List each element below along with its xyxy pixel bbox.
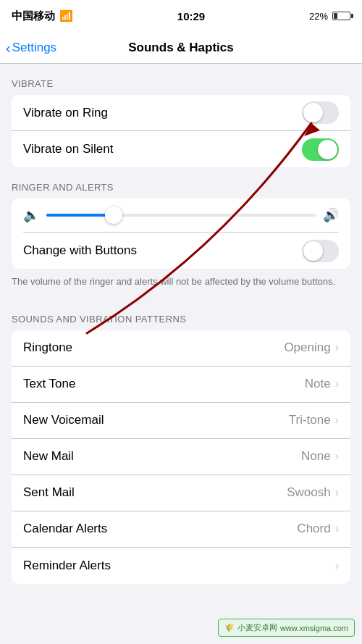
- volume-slider-row: 🔈 🔊: [12, 198, 350, 232]
- text-tone-value: Note ›: [305, 377, 339, 391]
- back-chevron-icon: ‹: [6, 41, 11, 55]
- watermark-icon: 🌾: [224, 623, 235, 632]
- vibrate-on-ring-label: Vibrate on Ring: [23, 106, 108, 120]
- calendar-alerts-label: Calendar Alerts: [23, 522, 107, 536]
- text-tone-row[interactable]: Text Tone Note ›: [12, 367, 350, 403]
- battery-icon: [332, 12, 350, 20]
- sent-mail-label: Sent Mail: [23, 485, 75, 500]
- sent-mail-value: Swoosh ›: [287, 485, 339, 500]
- wifi-icon: 📶: [59, 9, 73, 22]
- vibrate-on-ring-toggle[interactable]: [302, 101, 339, 124]
- ringtone-current: Opening: [284, 340, 330, 355]
- watermark-inner: 🌾 小麦安卓网 www.xmsigma.com: [218, 619, 355, 637]
- status-time: 10:29: [177, 10, 205, 22]
- bottom-spacer: [0, 584, 362, 606]
- carrier-text: 中国移动: [12, 9, 55, 23]
- vibrate-on-silent-label: Vibrate on Silent: [23, 142, 113, 156]
- ringer-note: The volume of the ringer and alerts will…: [0, 269, 362, 299]
- sent-mail-row[interactable]: Sent Mail Swoosh ›: [12, 475, 350, 511]
- text-tone-chevron-icon: ›: [335, 377, 339, 390]
- volume-low-icon: 🔈: [23, 207, 39, 223]
- ringtone-chevron-icon: ›: [335, 341, 339, 354]
- vibrate-group: Vibrate on Ring Vibrate on Silent: [12, 95, 350, 167]
- page-title: Sounds & Haptics: [128, 41, 233, 55]
- sent-mail-chevron-icon: ›: [335, 486, 339, 499]
- watermark-url: www.xmsigma.com: [280, 624, 348, 632]
- watermark-text: 小麦安卓网: [237, 622, 277, 633]
- change-with-buttons-label: Change with Buttons: [23, 243, 137, 258]
- status-right: 22%: [309, 11, 350, 22]
- reminder-alerts-row[interactable]: Reminder Alerts ›: [12, 548, 350, 584]
- calendar-alerts-row[interactable]: Calendar Alerts Chord ›: [12, 511, 350, 548]
- change-with-buttons-row[interactable]: Change with Buttons: [12, 233, 350, 269]
- battery-percent: 22%: [309, 11, 328, 22]
- ringer-section-header: RINGER AND ALERTS: [0, 167, 362, 198]
- calendar-alerts-value: Chord ›: [297, 522, 339, 536]
- change-with-buttons-toggle[interactable]: [302, 240, 339, 262]
- status-left: 中国移动 📶: [12, 9, 73, 23]
- vibrate-on-ring-knob: [303, 103, 323, 122]
- slider-row: 🔈 🔊: [23, 207, 339, 223]
- ringer-group: 🔈 🔊 Change with Buttons: [12, 198, 350, 269]
- sent-mail-current: Swoosh: [287, 485, 330, 500]
- new-voicemail-value: Tri-tone ›: [289, 413, 339, 427]
- volume-high-icon: 🔊: [323, 207, 339, 223]
- status-bar: 中国移动 📶 10:29 22%: [0, 0, 362, 32]
- new-mail-chevron-icon: ›: [335, 450, 339, 463]
- vibrate-on-silent-toggle[interactable]: [302, 138, 339, 161]
- content-area: VIBRATE Vibrate on Ring Vibrate on Silen…: [0, 64, 362, 644]
- vibrate-on-silent-knob: [318, 140, 337, 159]
- volume-slider-track[interactable]: [46, 214, 316, 217]
- vibrate-on-silent-row[interactable]: Vibrate on Silent: [12, 131, 350, 167]
- ringtone-label: Ringtone: [23, 340, 72, 355]
- text-tone-current: Note: [305, 377, 331, 391]
- calendar-alerts-chevron-icon: ›: [335, 522, 339, 535]
- new-voicemail-chevron-icon: ›: [335, 414, 339, 427]
- vibrate-section-header: VIBRATE: [0, 64, 362, 95]
- nav-bar: ‹ Settings Sounds & Haptics: [0, 32, 362, 64]
- sounds-section-header: SOUNDS AND VIBRATION PATTERNS: [0, 299, 362, 330]
- back-button[interactable]: ‹ Settings: [6, 41, 56, 55]
- calendar-alerts-current: Chord: [297, 522, 330, 536]
- reminder-alerts-label: Reminder Alerts: [23, 559, 111, 573]
- text-tone-label: Text Tone: [23, 377, 75, 391]
- slider-fill: [46, 214, 114, 217]
- new-mail-row[interactable]: New Mail None ›: [12, 439, 350, 475]
- new-mail-current: None: [301, 449, 331, 464]
- ringtone-value: Opening ›: [284, 340, 339, 355]
- watermark: 🌾 小麦安卓网 www.xmsigma.com: [218, 619, 355, 637]
- new-mail-value: None ›: [301, 449, 339, 464]
- reminder-alerts-chevron-icon: ›: [335, 559, 339, 572]
- new-mail-label: New Mail: [23, 449, 74, 464]
- ringtone-row[interactable]: Ringtone Opening ›: [12, 330, 350, 367]
- new-voicemail-current: Tri-tone: [289, 413, 331, 427]
- back-label: Settings: [12, 41, 56, 55]
- vibrate-on-ring-row[interactable]: Vibrate on Ring: [12, 95, 350, 131]
- reminder-alerts-value: ›: [331, 559, 339, 572]
- change-with-buttons-knob: [303, 241, 323, 261]
- slider-thumb[interactable]: [105, 206, 122, 224]
- new-voicemail-row[interactable]: New Voicemail Tri-tone ›: [12, 403, 350, 439]
- new-voicemail-label: New Voicemail: [23, 413, 104, 427]
- sounds-group: Ringtone Opening › Text Tone Note › New …: [12, 330, 350, 584]
